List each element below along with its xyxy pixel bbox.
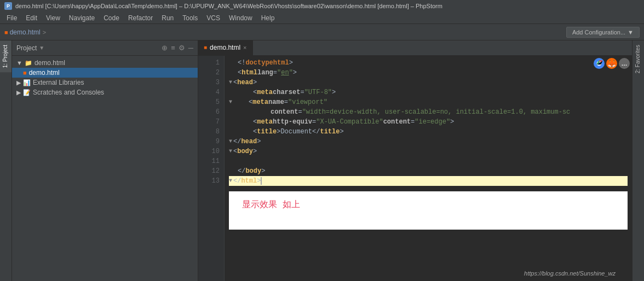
l13-tag: html bbox=[241, 176, 257, 186]
l2-tag: html bbox=[242, 68, 257, 78]
l6-attr: content bbox=[271, 107, 298, 117]
l8-tag2: title bbox=[320, 127, 340, 137]
code-line-2: <html lang="en"> bbox=[229, 68, 628, 78]
external-libs-icon: 📊 bbox=[23, 79, 31, 86]
line-numbers: 1 2 3 4 5 6 7 8 9 10 11 12 13 bbox=[198, 56, 225, 281]
l2-val: "en" bbox=[277, 68, 293, 78]
l2-eq: = bbox=[273, 68, 277, 78]
l8-tag: title bbox=[257, 127, 277, 137]
editor-area: 🦊 … 1 2 3 4 5 6 7 8 9 10 11 12 13 bbox=[198, 56, 632, 281]
toolbar-breadcrumb: ■ demo.html > bbox=[4, 28, 46, 36]
code-line-12: </body> bbox=[229, 166, 628, 176]
menu-refactor[interactable]: Refactor bbox=[124, 13, 157, 23]
l8-close: > bbox=[277, 127, 280, 137]
code-line-11 bbox=[229, 156, 628, 166]
add-configuration-button[interactable]: Add Configuration... ▼ bbox=[566, 27, 640, 38]
l5-attr: name bbox=[268, 97, 284, 107]
fold-13[interactable]: ▼ bbox=[229, 176, 232, 186]
menu-window[interactable]: Window bbox=[225, 13, 257, 23]
folder-expanded-icon: ▼ bbox=[16, 60, 22, 66]
code-line-4: <meta charset="UTF-8"> bbox=[229, 87, 628, 97]
breadcrumb-demo-html: ■ demo.html bbox=[4, 28, 41, 36]
line-num-2: 2 bbox=[205, 68, 220, 78]
code-line-13: ▼ </html> bbox=[229, 176, 628, 186]
l5-tag: meta bbox=[252, 97, 268, 107]
firefox-icon[interactable]: 🦊 bbox=[606, 58, 617, 69]
l9-open: </ bbox=[233, 137, 241, 147]
display-area: 显示效果 如上 bbox=[229, 191, 628, 230]
window-title: demo.html [C:\Users\happy\AppData\Local\… bbox=[15, 3, 442, 9]
l5-val: "viewport" bbox=[288, 97, 327, 107]
panel-action-add[interactable]: ⊕ bbox=[162, 44, 168, 52]
fold-3[interactable]: ▼ bbox=[229, 78, 232, 87]
chrome-icon[interactable] bbox=[594, 58, 605, 69]
code-1-html: html bbox=[273, 58, 289, 68]
fold-10[interactable]: ▼ bbox=[229, 147, 232, 156]
vtab-project[interactable]: 1: Project bbox=[0, 40, 12, 72]
menu-help[interactable]: Help bbox=[257, 13, 279, 23]
menu-view[interactable]: View bbox=[42, 13, 65, 23]
display-text: 显示效果 如上 bbox=[242, 200, 300, 210]
l10-close: > bbox=[253, 147, 257, 156]
tree-item-demo-html[interactable]: ■ demo.html bbox=[12, 68, 198, 78]
code-line-6: content="width=device-width, user-scalab… bbox=[229, 107, 628, 117]
project-panel-header: Project ▼ ⊕ ≡ ⚙ ─ bbox=[12, 40, 198, 56]
menu-vcs[interactable]: VCS bbox=[202, 13, 225, 23]
editor-tab-bar: ■ demo.html × bbox=[198, 40, 632, 56]
l2-close: > bbox=[293, 68, 297, 78]
editor-tab-demo-html[interactable]: ■ demo.html × bbox=[198, 40, 253, 55]
panel-action-settings[interactable]: ⚙ bbox=[179, 44, 185, 52]
line-num-13: 13 bbox=[205, 176, 220, 186]
tree-item-external-libs[interactable]: ▶ 📊 External Libraries bbox=[12, 78, 198, 87]
panel-actions: ⊕ ≡ ⚙ ─ bbox=[162, 44, 193, 52]
line-num-1: 1 bbox=[205, 58, 220, 68]
project-panel: Project ▼ ⊕ ≡ ⚙ ─ ▼ 📁 demo.html ■ demo.h… bbox=[12, 40, 198, 281]
tab-close-button[interactable]: × bbox=[243, 44, 246, 51]
tab-filename: demo.html bbox=[210, 44, 240, 51]
l2-attr: lang bbox=[257, 68, 273, 78]
l8-open2: </ bbox=[312, 127, 320, 137]
tree-item-scratches[interactable]: ▶ 📝 Scratches and Consoles bbox=[12, 87, 198, 97]
code-line-3: ▼ <head> bbox=[229, 78, 628, 87]
l13-close: > bbox=[257, 176, 261, 186]
menu-bar: File Edit View Navigate Code Refactor Ru… bbox=[0, 12, 644, 24]
menu-tools[interactable]: Tools bbox=[178, 13, 202, 23]
l12-tag: body bbox=[245, 166, 261, 176]
l8-close2: > bbox=[340, 127, 343, 137]
tree-item-root-folder[interactable]: ▼ 📁 demo.html bbox=[12, 58, 198, 68]
title-bar: P demo.html [C:\Users\happy\AppData\Loca… bbox=[0, 0, 644, 12]
scratches-icon: 📝 bbox=[23, 89, 31, 96]
fold-9[interactable]: ▼ bbox=[229, 137, 232, 147]
vtab-favorites[interactable]: 2: Favorites bbox=[633, 40, 644, 78]
tree-label-demo-html: demo.html bbox=[29, 69, 196, 77]
l3-tag: head bbox=[237, 78, 253, 87]
l8-open: < bbox=[253, 127, 257, 137]
l13-open: </ bbox=[233, 176, 241, 186]
menu-code[interactable]: Code bbox=[99, 13, 124, 23]
menu-run[interactable]: Run bbox=[157, 13, 178, 23]
l4-tag: meta bbox=[257, 87, 273, 97]
l4-open: < bbox=[253, 87, 257, 97]
panel-title-text: Project bbox=[16, 44, 37, 52]
menu-file[interactable]: File bbox=[2, 13, 21, 23]
code-area[interactable]: <!doctype html> <html lang="en"> ▼ <head… bbox=[225, 56, 632, 281]
add-config-dropdown-icon: ▼ bbox=[628, 29, 634, 36]
l7-tag: meta bbox=[257, 117, 273, 127]
l6-val: "width=device-width, user-scalable=no, i… bbox=[302, 107, 571, 117]
l10-tag: body bbox=[237, 147, 253, 156]
l9-close: > bbox=[257, 137, 261, 147]
menu-edit[interactable]: Edit bbox=[21, 13, 42, 23]
fold-5[interactable]: ▼ bbox=[229, 97, 232, 107]
l7-open: < bbox=[253, 117, 257, 127]
l4-eq: = bbox=[300, 87, 304, 97]
panel-title-dropdown[interactable]: ▼ bbox=[39, 45, 44, 51]
code-line-10: ▼ <body> bbox=[229, 147, 628, 156]
l7-eq: = bbox=[312, 117, 316, 127]
more-browsers-icon[interactable]: … bbox=[619, 58, 630, 69]
panel-action-minimize[interactable]: ─ bbox=[188, 44, 193, 52]
menu-navigate[interactable]: Navigate bbox=[65, 13, 99, 23]
code-1-punct: <! bbox=[238, 58, 245, 68]
line-num-11: 11 bbox=[205, 156, 220, 166]
code-line-1: <!doctype html> bbox=[229, 58, 628, 68]
panel-action-collapse[interactable]: ≡ bbox=[171, 44, 175, 52]
